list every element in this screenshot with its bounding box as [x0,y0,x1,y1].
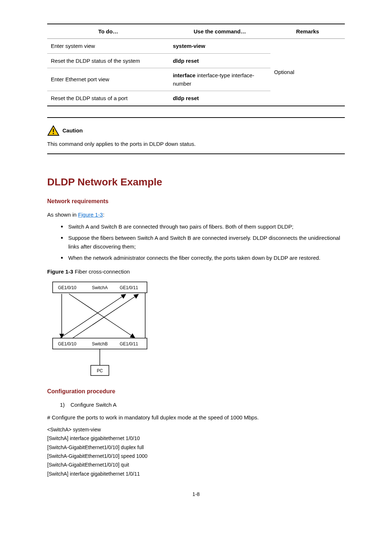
cmd-bold: dldp reset [173,95,199,101]
caution-text: This command only applies to the ports i… [47,140,345,148]
cli-line: [SwitchA] interface gigabitethernet 1/0/… [47,434,345,442]
cell-cmd: interface interface-type interface-numbe… [169,68,270,91]
diagram-label: GE1/0/10 [58,285,77,290]
section-heading: DLDP Network Example [47,174,345,190]
svg-line-7 [69,294,134,337]
col-remarks: Remarks [270,24,345,39]
subheading-network-requirements: Network requirements [47,197,345,206]
cell-todo: Enter Ethernet port view [47,68,169,91]
step-number: 1) [60,401,69,409]
cli-block: <SwitchA> system-view [SwitchA] interfac… [47,426,345,478]
intro-paragraph: As shown in Figure 1-3: [47,210,345,219]
col-command: Use the command… [169,24,270,39]
diagram-label: SwitchA [92,285,107,290]
cmd-bold: dldp reset [173,58,199,64]
cell-remarks: Optional [270,39,345,106]
cell-cmd: dldp reset [169,53,270,68]
divider [47,117,345,118]
cmd-bold: interface [173,72,196,78]
step-item: 1) Configure Switch A [47,401,345,409]
diagram-label: PC [97,368,103,373]
svg-line-8 [73,295,138,338]
intro-suffix: : [103,212,104,218]
cli-line: [SwitchA-GigabitEthernet1/0/10] duplex f… [47,443,345,451]
list-item: Suppose the fibers between Switch A and … [61,234,345,251]
caution-label: Caution [62,126,83,135]
cli-line: [SwitchA-GigabitEthernet1/0/10] quit [47,461,345,469]
command-table: To do… Use the command… Remarks Enter sy… [47,24,345,106]
intro-prefix: As shown in [47,212,78,218]
cell-todo: Reset the DLDP status of a port [47,91,169,106]
diagram-label: GE1/0/11 [120,341,138,346]
step-text: Configure Switch A [70,402,117,408]
diagram-svg: GE1/0/10 SwitchA GE1/0/11 GE1/0/10 Switc… [49,280,154,378]
table-row: Enter system view system-view Optional [47,39,345,53]
config-description: # Configure the ports to work in mandato… [47,413,345,422]
cmd-bold: system-view [173,43,205,49]
figure-link[interactable]: Figure 1-3 [78,212,103,218]
caution-header: Caution [47,125,345,136]
cli-line: [SwitchA-GigabitEthernet1/0/10] speed 10… [47,452,345,460]
figure-caption-text: Fiber cross-connection [73,268,130,275]
col-todo: To do… [47,24,169,39]
divider [47,153,345,154]
cell-todo: Reset the DLDP status of the system [47,53,169,68]
svg-line-6 [60,295,125,338]
page-number: 1-8 [47,491,345,498]
cli-line: [SwitchA] interface gigabitethernet 1/0/… [47,470,345,478]
list-item: Switch A and Switch B are connected thro… [61,222,345,231]
figure-caption: Figure 1-3 Fiber cross-connection [47,267,345,276]
svg-point-2 [53,133,54,134]
bullet-list: Switch A and Switch B are connected thro… [47,222,345,262]
diagram-label: GE1/0/10 [58,341,77,346]
diagram-label: GE1/0/11 [120,285,138,290]
list-item: When the network administrator connects … [61,254,345,262]
caution-icon [47,125,60,136]
cell-cmd: dldp reset [169,91,270,106]
subheading-configuration-procedure: Configuration procedure [47,387,345,396]
cli-line: <SwitchA> system-view [47,426,345,434]
figure-label: Figure 1-3 [47,268,73,275]
cell-cmd: system-view [169,39,270,53]
cell-todo: Enter system view [47,39,169,53]
diagram-label: SwitchB [92,341,107,346]
figure-diagram: GE1/0/10 SwitchA GE1/0/11 GE1/0/10 Switc… [49,280,154,378]
